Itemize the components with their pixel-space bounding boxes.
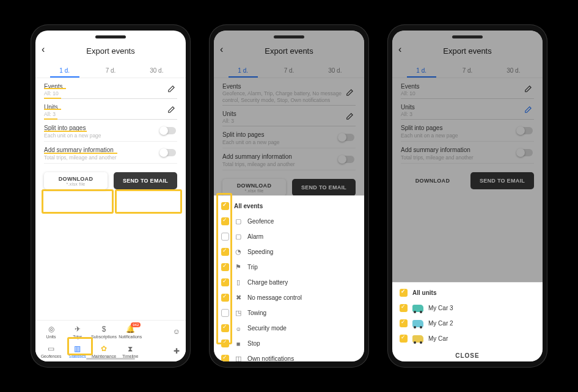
unit-item[interactable]: My Car 2: [392, 316, 543, 331]
back-icon: ‹: [220, 44, 223, 55]
units-value: All: 3: [222, 118, 234, 124]
checkbox[interactable]: [221, 248, 229, 256]
event-item[interactable]: ■Stop: [214, 336, 364, 351]
checkbox[interactable]: [221, 217, 229, 225]
period-tabs: 1 d. 7 d. 30 d.: [35, 61, 186, 78]
wrench-icon: ✿: [101, 344, 107, 353]
edit-icon[interactable]: [167, 105, 176, 114]
checkbox[interactable]: [400, 319, 408, 327]
units-value: All: 3: [44, 111, 56, 117]
navbar: ◎Units ▭Geofences ✈Trips ▥Statistics $Su…: [35, 320, 186, 361]
unit-item[interactable]: All units: [392, 285, 543, 300]
close-button[interactable]: CLOSE: [392, 346, 543, 361]
back-icon[interactable]: ‹: [42, 44, 45, 55]
nav-smile[interactable]: ☺: [173, 324, 180, 339]
checkbox[interactable]: [400, 304, 408, 312]
split-toggle[interactable]: [160, 127, 176, 134]
page-title: Export events: [443, 46, 492, 56]
event-item[interactable]: ✖No message control: [214, 290, 364, 305]
event-label: Speeding: [247, 249, 273, 255]
checkbox[interactable]: [221, 309, 229, 317]
event-label: Alarm: [247, 233, 263, 240]
checkbox[interactable]: [221, 294, 229, 302]
download-highlight: [42, 189, 114, 214]
plane-icon: ✈: [75, 325, 81, 333]
event-item[interactable]: ▢Alarm: [214, 229, 364, 244]
edit-icon: [524, 84, 533, 93]
nav-maintenance[interactable]: ✿Maintenance: [92, 343, 116, 359]
download-button: DOWNLOAD*.xlsx file: [222, 179, 286, 196]
units-highlight: [44, 109, 61, 110]
tab-30d[interactable]: 30 d.: [134, 64, 180, 78]
unit-label: My Car 3: [428, 305, 453, 311]
checkbox[interactable]: [221, 202, 229, 210]
checkbox[interactable]: [221, 263, 229, 271]
car-icon: [412, 335, 423, 343]
event-label: All events: [234, 203, 263, 209]
event-item[interactable]: ◳Towing: [214, 305, 364, 321]
event-label: Trip: [247, 264, 258, 270]
summary-toggle: [517, 149, 533, 156]
tab-7d: 7 d.: [444, 64, 490, 78]
download-button[interactable]: DOWNLOAD *.xlsx file: [44, 172, 108, 189]
tab-7d[interactable]: 7 d.: [87, 64, 133, 78]
events-field[interactable]: Events All: 10: [35, 78, 186, 99]
event-type-icon: ■: [234, 340, 243, 347]
checkbox[interactable]: [400, 289, 408, 297]
download-button: DOWNLOAD: [401, 172, 464, 189]
unit-item[interactable]: My Car: [392, 331, 543, 346]
nav-timeline[interactable]: ⧗Timeline: [122, 343, 138, 359]
nav-pin[interactable]: ✚: [174, 343, 180, 359]
split-sub: Each unit on a new page: [44, 132, 177, 139]
email-label: SEND TO EMAIL: [123, 178, 168, 184]
unit-item[interactable]: My Car 3: [392, 300, 543, 316]
event-item[interactable]: ▢Geofence: [214, 214, 364, 229]
event-item[interactable]: ◔Speeding: [214, 244, 364, 260]
nav-geofences[interactable]: ▭Geofences: [41, 343, 62, 359]
email-button[interactable]: SEND TO EMAIL: [114, 172, 177, 189]
edit-icon: [346, 112, 354, 120]
event-item[interactable]: ▯Charge battery: [214, 275, 364, 290]
nav-subscriptions[interactable]: $Subscriptions: [91, 324, 117, 339]
nav-trips[interactable]: ✈Trips: [73, 324, 82, 339]
event-type-icon: ⚑: [234, 263, 243, 271]
checkbox[interactable]: [221, 278, 229, 286]
units-value-highlight: [44, 118, 57, 120]
split-toggle: [338, 134, 354, 141]
checkbox[interactable]: [400, 335, 408, 343]
event-label: Towing: [247, 310, 266, 316]
checkbox[interactable]: [221, 339, 229, 347]
tab-1d: 1 d.: [220, 64, 266, 78]
stats-icon: ▥: [74, 344, 81, 353]
events-value: All: 10: [44, 90, 59, 96]
phone-3: ‹ Export events 1 d. 7 d. 30 d. Events A…: [387, 24, 547, 368]
event-type-icon: ▢: [234, 233, 243, 241]
nav-units[interactable]: ◎Units: [46, 324, 56, 339]
unit-label: All units: [412, 289, 436, 296]
units-field[interactable]: Units All: 3: [35, 99, 186, 120]
nav-statistics[interactable]: ▥Statistics: [69, 343, 86, 359]
event-item[interactable]: ⌾Security mode: [214, 321, 364, 336]
event-label: Stop: [247, 340, 260, 347]
back-icon: ‹: [398, 44, 401, 55]
event-item[interactable]: All events: [214, 198, 364, 214]
edit-icon[interactable]: [167, 84, 176, 93]
checkbox[interactable]: [221, 233, 229, 241]
checkbox[interactable]: [221, 355, 229, 361]
tab-1d[interactable]: 1 d.: [42, 64, 87, 78]
dollar-icon: $: [102, 325, 106, 333]
tab-7d: 7 d.: [266, 64, 312, 78]
unit-label: My Car: [428, 335, 448, 342]
car-icon: [412, 320, 423, 327]
event-item[interactable]: ◫Own notifications: [214, 351, 364, 361]
car-icon: [412, 305, 423, 312]
download-sub: *.xlsx file: [67, 182, 86, 186]
event-item[interactable]: ⚑Trip: [214, 260, 364, 275]
summary-toggle[interactable]: [160, 149, 176, 156]
tab-1d: 1 d.: [398, 64, 444, 78]
phone-1: ‹ Export events 1 d. 7 d. 30 d. Events A…: [31, 24, 191, 368]
checkbox[interactable]: [221, 324, 229, 332]
nav-notifications[interactable]: 🔔942Notifications: [119, 324, 142, 339]
tab-30d: 30 d.: [491, 64, 536, 78]
events-value: Geofence, Alarm, Trip, Charge battery, N…: [222, 90, 342, 103]
